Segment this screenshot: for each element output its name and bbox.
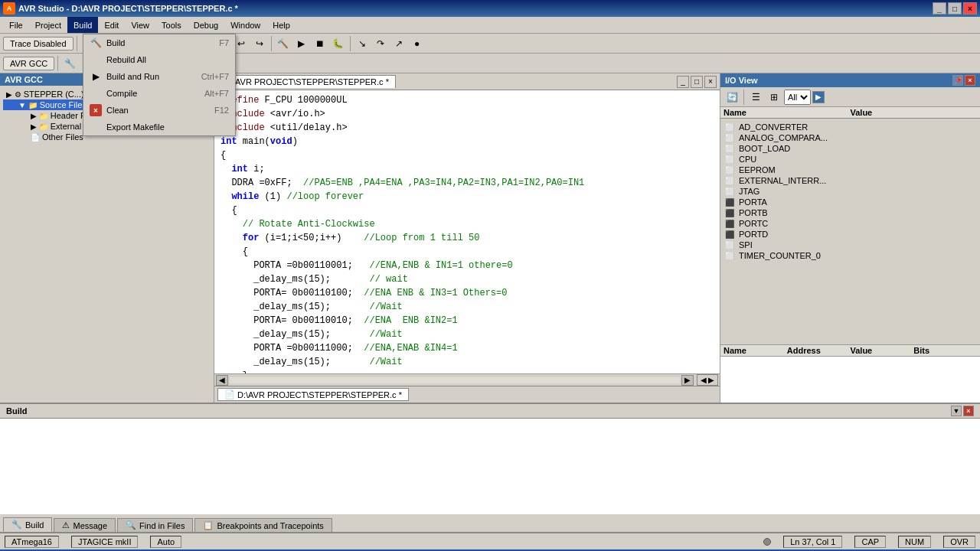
menu-view[interactable]: View (125, 17, 155, 33)
code-line-8: while (1) //loop forever (220, 190, 714, 204)
portd-icon: ⬛ (725, 230, 737, 239)
bottom-tab-breakpoints[interactable]: 📋 Breakpoints and Tracepoints (194, 518, 332, 532)
io-filter-select[interactable]: All (784, 90, 811, 105)
scroll-right-btn[interactable]: ▶ (681, 375, 694, 386)
build-menu-build[interactable]: 🔨 Build F7 (83, 34, 235, 51)
editor-maximize-btn[interactable]: □ (691, 76, 703, 88)
io-list-btn[interactable]: ☰ (747, 89, 764, 106)
menu-tools[interactable]: Tools (155, 17, 188, 33)
build-btn[interactable]: 🔨 (275, 35, 292, 52)
toolbar-separator-3 (271, 36, 272, 51)
debug-btn[interactable]: 🐛 (330, 35, 347, 52)
build-tab-label: Build (25, 520, 44, 530)
minimize-button[interactable]: _ (933, 2, 946, 15)
source-label: Source Files (40, 100, 87, 109)
scroll-next-btn[interactable]: ▶ (708, 376, 714, 384)
io-item-portc[interactable]: ⬛ PORTC (724, 218, 977, 229)
external-interr-label: EXTERNAL_INTERR... (739, 176, 826, 185)
io-grid-btn[interactable]: ⊞ (766, 89, 782, 106)
code-line-2: #include <avr/io.h> (220, 107, 714, 121)
editor-tab-active[interactable]: D:\AVR PROJECT\STEPPER\STEPPER.c * (217, 75, 396, 88)
io-item-portd[interactable]: ⬛ PORTD (724, 229, 977, 240)
compile-shortcut: Alt+F7 (204, 89, 229, 98)
io-close-btn[interactable]: × (965, 75, 975, 86)
position-status: Ln 37, Col 1 (783, 536, 842, 548)
avr-gcc-label: AVR GCC (3, 57, 54, 70)
build-tab-icon: 🔧 (11, 520, 22, 530)
step-over-btn[interactable]: ↷ (372, 35, 389, 52)
io-item-ad-converter[interactable]: ⬜ AD_CONVERTER (724, 122, 977, 132)
build-menu-clean[interactable]: × Clean F12 (83, 102, 235, 119)
footer-file-icon: 📄 (224, 390, 235, 399)
scroll-prev-btn[interactable]: ◀ (701, 376, 707, 384)
stop-btn[interactable]: ⏹ (312, 35, 328, 52)
io-item-timer[interactable]: ⬜ TIMER_COUNTER_0 (724, 250, 977, 261)
bottom-minimize-btn[interactable]: ▼ (951, 406, 962, 416)
hscroll-track[interactable] (230, 377, 680, 383)
editor-minimize-btn[interactable]: _ (677, 76, 689, 88)
compile-label: Compile (106, 89, 200, 98)
footer-tab-stepper[interactable]: 📄 D:\AVR PROJECT\STEPPER\STEPPER.c * (217, 388, 409, 401)
bottom-title-text: Build (6, 406, 28, 416)
menu-project[interactable]: Project (29, 17, 67, 33)
editor-hscrollbar[interactable]: ◀ ▶ ◀ ▶ (214, 373, 720, 386)
code-line-3: #include <util/delay.h> (220, 121, 714, 135)
io-item-jtag[interactable]: ⬜ JTAG (724, 186, 977, 197)
build-menu-build-and-run[interactable]: ▶ Build and Run Ctrl+F7 (83, 68, 235, 85)
menu-help[interactable]: Help (266, 17, 296, 33)
io-item-cpu[interactable]: ⬜ CPU (724, 154, 977, 165)
io-header-controls: 📌 × (952, 75, 975, 86)
scroll-left-btn[interactable]: ◀ (216, 375, 228, 386)
breakpoint-btn[interactable]: ● (409, 35, 426, 52)
io-item-portb[interactable]: ⬛ PORTB (724, 207, 977, 218)
build-menu-dropdown: 🔨 Build F7 Rebuild All ▶ Build and Run C… (83, 34, 236, 136)
code-line-10: // Rotate Anti-Clockwise (220, 217, 714, 231)
build-menu-rebuild-all[interactable]: Rebuild All (83, 51, 235, 68)
analog-label: ANALOG_COMPARA... (739, 133, 828, 142)
reg-value-header: Value (851, 346, 914, 355)
clean-icon: × (90, 104, 102, 116)
io-item-porta[interactable]: ⬛ PORTA (724, 197, 977, 207)
reg-addr-header: Address (787, 346, 851, 355)
eeprom-label: EEPROM (739, 165, 776, 174)
bottom-tab-find[interactable]: 🔍 Find in Files (117, 518, 193, 532)
maximize-button[interactable]: □ (948, 2, 962, 15)
io-refresh-btn[interactable]: 🔄 (724, 89, 740, 106)
run-btn[interactable]: ▶ (293, 35, 310, 52)
menu-edit[interactable]: Edit (98, 17, 125, 33)
menu-file[interactable]: File (3, 17, 29, 33)
step-out-btn[interactable]: ↗ (390, 35, 407, 52)
build-menu-export[interactable]: Export Makefile (83, 119, 235, 135)
io-pin-btn[interactable]: 📌 (952, 75, 963, 86)
build-label: Build (106, 38, 214, 47)
io-item-spi[interactable]: ⬜ SPI (724, 240, 977, 250)
redo-btn[interactable]: ↪ (251, 35, 268, 52)
editor-title-bar: D:\AVR PROJECT\STEPPER\STEPPER.c * _ □ × (214, 73, 720, 90)
bottom-tabs: 🔧 Build ⚠ Message 🔍 Find in Files 📋 Brea… (0, 514, 980, 533)
code-line-18: _delay_ms(15); //Wait (220, 328, 714, 341)
app-icon: A (3, 2, 15, 15)
code-editor[interactable]: #define F_CPU 1000000UL #include <avr/io… (214, 90, 720, 373)
io-item-external-interr[interactable]: ⬜ EXTERNAL_INTERR... (724, 175, 977, 186)
bottom-close-btn[interactable]: × (963, 406, 974, 416)
close-button[interactable]: × (963, 2, 977, 15)
code-line-6: int i; (220, 162, 714, 176)
io-value-col-header: Value (851, 108, 978, 117)
step-in-btn[interactable]: ↘ (354, 35, 371, 52)
code-line-17: PORTA= 0b00110010; //ENA ENB &IN2=1 (220, 314, 714, 328)
menu-window[interactable]: Window (224, 17, 266, 33)
bottom-tab-build[interactable]: 🔧 Build (3, 517, 52, 532)
io-item-analog[interactable]: ⬜ ANALOG_COMPARA... (724, 132, 977, 143)
chip-select-btn[interactable]: 🔧 (61, 55, 78, 72)
menu-debug[interactable]: Debug (188, 17, 224, 33)
io-item-boot-load[interactable]: ⬜ BOOT_LOAD (724, 143, 977, 154)
io-item-eeprom[interactable]: ⬜ EEPROM (724, 165, 977, 175)
build-menu-compile[interactable]: Compile Alt+F7 (83, 85, 235, 102)
bottom-tab-message[interactable]: ⚠ Message (54, 518, 116, 532)
editor-close-btn[interactable]: × (704, 76, 717, 88)
build-run-shortcut: Ctrl+F7 (201, 72, 229, 81)
io-go-btn[interactable]: ▶ (812, 91, 825, 103)
avr-gcc-title: AVR GCC (5, 75, 43, 84)
code-line-19: PORTA =0b00111000; //ENA,ENAB &IN4=1 (220, 341, 714, 355)
menu-build[interactable]: Build (67, 17, 98, 33)
